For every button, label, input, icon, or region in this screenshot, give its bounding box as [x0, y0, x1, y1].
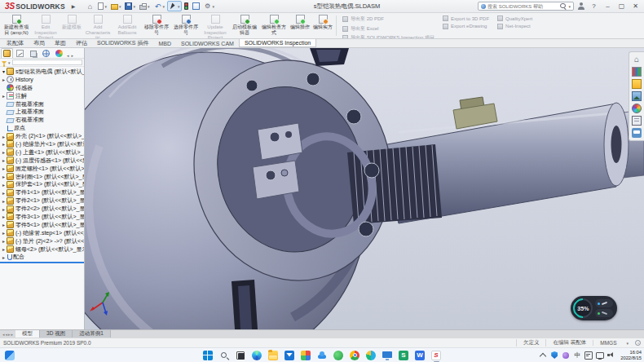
floating-percent-widget[interactable]: 35% [571, 296, 617, 320]
command-tab[interactable]: SOLIDWORKS 插件 [92, 39, 153, 47]
tree-item[interactable]: 密封圈<1> (默认<<默认>_显示状 [1, 173, 84, 181]
expand-arrow-icon[interactable] [1, 133, 7, 140]
ribbon-button[interactable]: 启动模板编辑器 [230, 13, 259, 38]
command-tab[interactable]: MBD [153, 39, 176, 47]
graphics-viewport[interactable]: 35% [85, 48, 644, 329]
tree-item[interactable]: 右视基准面 [1, 116, 84, 124]
taskbar-app-button[interactable] [284, 349, 296, 361]
expand-arrow-icon[interactable] [1, 237, 7, 245]
expand-arrow-icon[interactable] [1, 197, 7, 205]
taskbar-app-button[interactable] [202, 349, 214, 361]
ribbon-button[interactable]: 编辑操作 [289, 13, 311, 38]
ribbon-button[interactable]: Add Characteristic [83, 13, 112, 38]
tree-item[interactable]: 固定螺栓<1> (默认<<默认>_显示 [1, 165, 84, 173]
expand-arrow-icon[interactable] [1, 165, 7, 172]
manager-tab[interactable] [40, 48, 52, 58]
taskbar-clock[interactable]: 16:04 2022/8/15 [620, 350, 642, 360]
quick-access-button[interactable]: ▾ [167, 1, 182, 11]
tree-item[interactable]: 原点 [1, 124, 84, 132]
expand-arrow-icon[interactable] [1, 205, 7, 213]
expand-arrow-icon[interactable] [1, 229, 7, 236]
quick-access-button[interactable]: ▾ [138, 1, 152, 11]
tree-item[interactable]: (-) 绝缘管.step<1> (默认<<默认> [1, 229, 84, 237]
tree-item[interactable]: 传感器 [1, 84, 84, 92]
export-menu-item[interactable]: 导出至 Excel [342, 25, 434, 33]
expand-arrow-icon[interactable] [1, 181, 7, 188]
dropdown-caret-icon[interactable]: ▾ [148, 4, 150, 9]
search-caret-icon[interactable]: ▾ [568, 4, 571, 9]
export-menu-item[interactable]: 导出至 2D PDF [342, 15, 434, 23]
taskbar-app-button[interactable] [316, 349, 329, 361]
expand-arrow-icon[interactable] [1, 68, 7, 75]
quick-access-button[interactable]: ▾ [202, 1, 217, 11]
taskbar-app-button[interactable]: W [414, 349, 426, 361]
tree-item[interactable]: 注解 [1, 92, 84, 100]
help-button[interactable]: ? [588, 0, 600, 12]
expand-arrow-icon[interactable] [1, 173, 7, 180]
widget-button-bottom[interactable] [595, 309, 613, 317]
quick-access-button[interactable]: ▾ [109, 1, 123, 11]
manager-tab[interactable] [14, 48, 26, 58]
export-menu-item[interactable]: Export eDrawing [443, 24, 489, 29]
export-menu-item[interactable]: Net-Inspect [497, 24, 532, 29]
search-icon[interactable] [560, 3, 567, 10]
export-menu-item[interactable]: Export to 3D PDF [443, 15, 489, 21]
tree-item[interactable]: 螺母<2> (默认<<默认>_显示状态 [1, 245, 84, 254]
dropdown-caret-icon[interactable]: ▾ [213, 4, 215, 9]
taskbar-app-button[interactable] [349, 349, 361, 361]
taskbar-app-button[interactable] [267, 349, 280, 361]
ribbon-button[interactable]: 新建模板 [60, 13, 83, 38]
dropdown-caret-icon[interactable]: ▾ [178, 4, 180, 9]
expand-arrow-icon[interactable] [1, 148, 7, 156]
color-ball-icon[interactable] [562, 351, 570, 360]
dropdown-caret-icon[interactable]: ▾ [162, 4, 165, 9]
ribbon-button[interactable]: Update Inspection Project [201, 13, 230, 38]
quick-access-button[interactable]: ▾ [183, 1, 190, 11]
expand-arrow-icon[interactable] [1, 213, 7, 220]
tree-item[interactable]: 前视基准面 [1, 100, 84, 108]
dropdown-caret-icon[interactable]: ▾ [119, 4, 121, 9]
tree-item[interactable]: 外壳 (2)<1> (默认<<默认>_显示状 [1, 132, 84, 140]
tree-item[interactable]: History [1, 76, 84, 84]
expand-arrow-icon[interactable] [1, 245, 7, 253]
design-library-icon[interactable] [632, 67, 642, 77]
quick-access-button[interactable]: ▾ [191, 1, 201, 11]
tree-item[interactable]: 零件5<1> (默认<<默认>_显示状态 [1, 221, 84, 229]
tab-scroll-arrow-icon[interactable]: ▸ [11, 332, 14, 337]
filter-funnel-icon[interactable] [2, 61, 7, 64]
ribbon-button[interactable]: 编辑检查方式 [259, 13, 289, 38]
view-palette-icon[interactable] [632, 91, 642, 101]
ribbon-button[interactable]: 新建检查项目 (amp;N) [2, 13, 31, 38]
quick-access-button[interactable]: ▾ [96, 1, 108, 11]
ime-mode-icon[interactable] [584, 351, 593, 360]
document-tab[interactable]: 模型 [15, 330, 40, 338]
quick-access-button[interactable]: ▾ [84, 1, 95, 11]
dropdown-caret-icon[interactable]: ▾ [133, 4, 135, 9]
custom-properties-icon[interactable] [632, 116, 642, 126]
tree-item[interactable]: 零件1<1> (默认<<默认>_显示状态 [1, 188, 84, 196]
filter-input[interactable] [12, 60, 82, 65]
tree-item[interactable]: (-) 温度传感器<1> (默认<<默认> [1, 157, 84, 165]
file-explorer-pane-icon[interactable] [632, 79, 642, 89]
search-input[interactable] [487, 4, 558, 9]
expand-arrow-icon[interactable] [1, 157, 7, 164]
command-tab[interactable]: SOLIDWORKS Inspection [239, 39, 316, 47]
defender-icon[interactable] [550, 351, 558, 360]
close-button[interactable]: ✕ [629, 0, 642, 12]
forum-icon[interactable] [632, 128, 642, 138]
command-tab[interactable]: 装配体 [2, 39, 29, 47]
command-tab[interactable]: 草图 [50, 39, 71, 47]
help-search-box[interactable]: ▾ [478, 2, 574, 11]
tab-scroll-arrow-icon[interactable]: ▸ [8, 332, 11, 337]
expand-arrow-icon[interactable] [1, 254, 7, 261]
tree-item[interactable]: (-) 绝缘垫片<1> (默认<<默认>_显 [1, 140, 84, 148]
tree-item[interactable]: 保护套<1> (默认<<默认>_显示状 [1, 180, 84, 188]
taskbar-app-button[interactable] [333, 349, 345, 361]
taskbar-app-button[interactable] [251, 349, 263, 361]
manager-tab[interactable] [1, 48, 13, 58]
minimize-button[interactable]: – [602, 0, 614, 12]
command-tab[interactable]: SOLIDWORKS CAM [176, 39, 239, 47]
tree-item[interactable]: 配合 [1, 253, 84, 261]
restore-button[interactable]: ▢ [615, 0, 628, 12]
taskbar-app-button[interactable]: S [398, 349, 410, 361]
